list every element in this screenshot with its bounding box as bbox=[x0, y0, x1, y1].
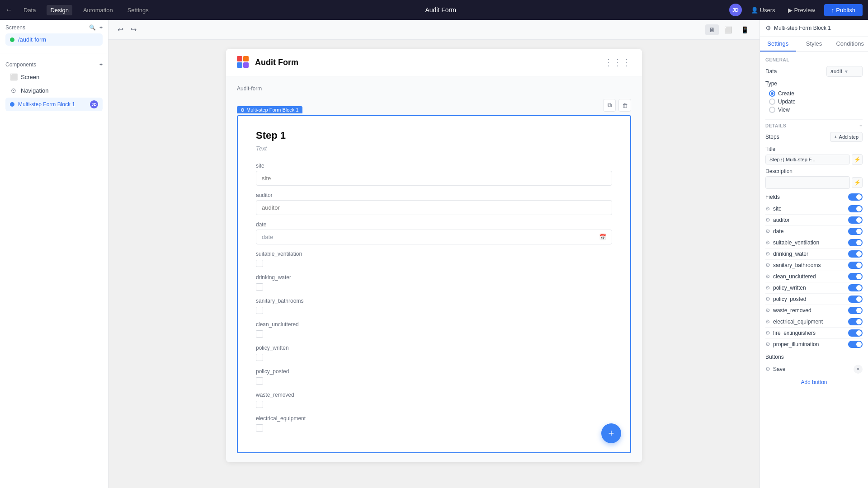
save-gear-icon[interactable]: ⚙ bbox=[765, 366, 770, 372]
fire-extinguishers-field-name: fire_extinguishers bbox=[773, 330, 845, 336]
tab-conditions[interactable]: Conditions bbox=[832, 37, 868, 52]
site-field-toggle[interactable] bbox=[848, 205, 863, 212]
navigation-icon: ⊙ bbox=[10, 87, 17, 94]
sanitary-bathrooms-checkbox[interactable] bbox=[256, 307, 263, 314]
auditor-input[interactable] bbox=[256, 200, 612, 215]
form-block-wrapper: ⚙ Multi-step Form Block 1 Step 1 Text si… bbox=[237, 115, 631, 453]
app-body: Audit-form ⧉ 🗑 ⚙ Multi-step Form Block 1 bbox=[226, 76, 642, 462]
add-component-button[interactable]: + bbox=[99, 61, 103, 68]
duplicate-button[interactable]: ⧉ bbox=[603, 99, 616, 112]
sanitary-bathrooms-gear-icon[interactable]: ⚙ bbox=[765, 262, 770, 268]
redo-button[interactable]: ↪ bbox=[129, 23, 138, 36]
tab-styles[interactable]: Styles bbox=[796, 37, 832, 52]
policy-posted-checkbox[interactable] bbox=[256, 377, 263, 385]
proper-illumination-toggle[interactable] bbox=[848, 341, 863, 348]
mobile-view-button[interactable]: 📱 bbox=[737, 24, 752, 35]
block-label: ⚙ Multi-step Form Block 1 bbox=[237, 106, 302, 113]
electrical-equipment-label: electrical_equipment bbox=[256, 415, 612, 422]
waste-removed-gear-icon[interactable]: ⚙ bbox=[765, 307, 770, 314]
date-input[interactable]: date 📅 bbox=[256, 230, 612, 244]
fields-toggle[interactable] bbox=[848, 193, 863, 201]
search-icon[interactable]: 🔍 bbox=[89, 24, 96, 31]
svg-rect-2 bbox=[237, 62, 242, 68]
sidebar-item-navigation[interactable]: ⊙ Navigation bbox=[5, 84, 103, 97]
clean-uncluttered-gear-icon[interactable]: ⚙ bbox=[765, 273, 770, 280]
sidebar-item-audit-form[interactable]: /audit-form bbox=[5, 33, 103, 46]
top-right-actions: JD 👤 Users ▶ Preview ↑ Publish bbox=[729, 4, 863, 16]
waste-removed-toggle[interactable] bbox=[848, 307, 863, 314]
sanitary-bathrooms-toggle[interactable] bbox=[848, 262, 863, 269]
add-step-button[interactable]: + Add step bbox=[830, 132, 863, 142]
electrical-equipment-toggle[interactable] bbox=[848, 318, 863, 325]
auditor-gear-icon[interactable]: ⚙ bbox=[765, 217, 770, 223]
svg-rect-3 bbox=[243, 62, 249, 68]
clean-uncluttered-toggle[interactable] bbox=[848, 273, 863, 280]
fire-extinguishers-toggle[interactable] bbox=[848, 329, 863, 337]
title-label: Title bbox=[765, 146, 775, 152]
electrical-equipment-gear-icon[interactable]: ⚙ bbox=[765, 319, 770, 325]
nav-design[interactable]: Design bbox=[47, 5, 72, 15]
back-button[interactable]: ← bbox=[5, 6, 13, 14]
site-field-group: site bbox=[256, 163, 612, 186]
desktop-view-button[interactable]: 🖥 bbox=[705, 24, 719, 35]
fields-header: Fields bbox=[765, 193, 863, 201]
policy-posted-gear-icon[interactable]: ⚙ bbox=[765, 296, 770, 302]
sidebar-item-form-block[interactable]: Multi-step Form Block 1 JD bbox=[5, 98, 103, 111]
view-radio[interactable] bbox=[769, 107, 775, 113]
undo-button[interactable]: ↩ bbox=[116, 23, 125, 36]
drinking-water-label: drinking_water bbox=[256, 274, 612, 281]
site-gear-icon[interactable]: ⚙ bbox=[765, 206, 770, 212]
drinking-water-gear-icon[interactable]: ⚙ bbox=[765, 251, 770, 257]
waste-removed-checkbox[interactable] bbox=[256, 401, 263, 408]
nav-automation[interactable]: Automation bbox=[80, 5, 117, 15]
date-field-toggle[interactable] bbox=[848, 228, 863, 235]
type-update[interactable]: Update bbox=[769, 99, 863, 105]
type-create[interactable]: Create bbox=[769, 90, 863, 97]
publish-button[interactable]: ↑ Publish bbox=[824, 4, 863, 16]
nav-settings[interactable]: Settings bbox=[124, 5, 152, 15]
users-button[interactable]: 👤 Users bbox=[747, 5, 779, 15]
fire-extinguishers-gear-icon[interactable]: ⚙ bbox=[765, 330, 770, 336]
create-radio[interactable] bbox=[769, 90, 775, 97]
policy-written-gear-icon[interactable]: ⚙ bbox=[765, 285, 770, 291]
type-view[interactable]: View bbox=[769, 107, 863, 113]
delete-button[interactable]: 🗑 bbox=[618, 99, 631, 112]
drinking-water-toggle[interactable] bbox=[848, 250, 863, 258]
description-lightning-button[interactable]: ⚡ bbox=[852, 177, 863, 188]
suitable-ventilation-toggle[interactable] bbox=[848, 239, 863, 246]
form-content: Step 1 Text site auditor bbox=[238, 116, 630, 452]
tab-settings[interactable]: Settings bbox=[760, 37, 796, 52]
policy-written-group: policy_written bbox=[256, 345, 612, 361]
data-select[interactable]: audit ▼ bbox=[826, 66, 863, 77]
clean-uncluttered-checkbox[interactable] bbox=[256, 330, 263, 338]
sidebar-item-screen[interactable]: ⬜ Screen bbox=[5, 70, 103, 83]
details-collapse[interactable]: − bbox=[860, 123, 863, 128]
field-item-auditor: ⚙ auditor bbox=[765, 215, 863, 226]
proper-illumination-gear-icon[interactable]: ⚙ bbox=[765, 341, 770, 347]
date-gear-icon[interactable]: ⚙ bbox=[765, 228, 770, 235]
suitable-ventilation-checkbox[interactable] bbox=[256, 260, 263, 267]
nav-data[interactable]: Data bbox=[20, 5, 39, 15]
policy-posted-toggle[interactable] bbox=[848, 296, 863, 303]
policy-written-toggle[interactable] bbox=[848, 284, 863, 291]
policy-written-checkbox[interactable] bbox=[256, 354, 263, 361]
data-row: Data audit ▼ bbox=[765, 66, 863, 77]
description-input[interactable] bbox=[765, 176, 850, 189]
update-radio[interactable] bbox=[769, 99, 775, 105]
fab-add-button[interactable]: + bbox=[601, 423, 621, 443]
auditor-field-toggle[interactable] bbox=[848, 216, 863, 224]
title-lightning-button[interactable]: ⚡ bbox=[852, 154, 863, 165]
tablet-view-button[interactable]: ⬜ bbox=[721, 24, 736, 35]
buttons-header: Buttons bbox=[765, 350, 863, 360]
save-close-button[interactable]: × bbox=[854, 365, 863, 374]
electrical-equipment-checkbox[interactable] bbox=[256, 424, 263, 432]
add-button-button[interactable]: Add button bbox=[801, 379, 827, 385]
app-menu-icon[interactable]: ⋮⋮⋮ bbox=[604, 57, 631, 68]
suitable-ventilation-gear-icon[interactable]: ⚙ bbox=[765, 239, 770, 246]
canvas-toolbar: ↩ ↪ 🖥 ⬜ 📱 bbox=[108, 20, 760, 40]
add-screen-button[interactable]: + bbox=[99, 24, 103, 31]
title-input[interactable]: Step {{ Multi-step F... bbox=[765, 155, 850, 164]
preview-button[interactable]: ▶ Preview bbox=[784, 5, 819, 15]
site-input[interactable] bbox=[256, 171, 612, 186]
drinking-water-checkbox[interactable] bbox=[256, 283, 263, 291]
